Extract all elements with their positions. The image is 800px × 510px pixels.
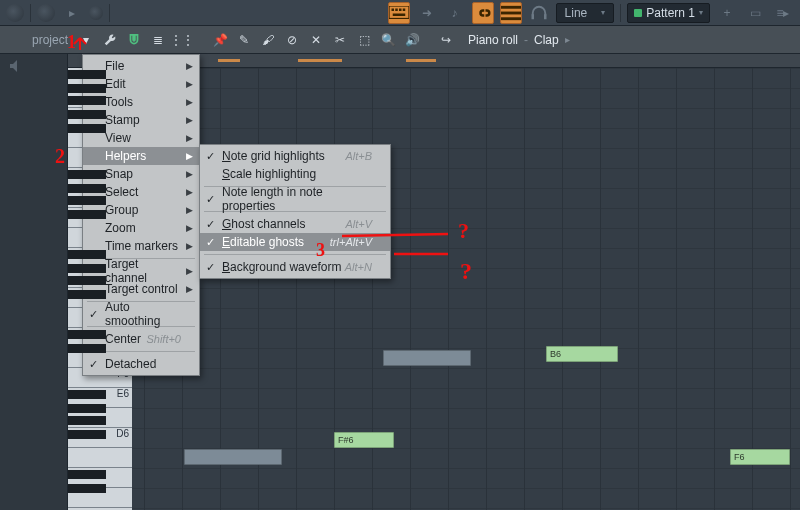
note[interactable]: F#6 — [334, 432, 394, 448]
piano-roll-toolbar: project ▾ ≣ ⋮⋮ 📌 ✎ 🖌 ⊘ ✕ ✂ ⬚ 🔍 🔊 ↪ Piano… — [0, 26, 800, 54]
svg-rect-7 — [501, 11, 521, 14]
piano-black-key[interactable] — [68, 110, 106, 119]
menu-item-editable-ghosts[interactable]: ✓Editable ghoststrl+Alt+V — [200, 233, 390, 251]
piano-black-key[interactable] — [68, 416, 106, 425]
separator — [30, 4, 31, 22]
mute-icon[interactable]: ⊘ — [282, 30, 302, 50]
menu-lines-icon[interactable]: ≣ — [148, 30, 168, 50]
menu-item-background-waveform[interactable]: ✓Background waveformAlt+N — [200, 258, 390, 276]
menu-item-label: View — [105, 131, 131, 145]
check-icon: ✓ — [206, 193, 215, 206]
piano-black-key[interactable] — [68, 276, 106, 285]
grid-dots-icon[interactable]: ⋮⋮ — [172, 30, 192, 50]
piano-black-key[interactable] — [68, 330, 106, 339]
pencil-icon[interactable]: ✎ — [234, 30, 254, 50]
piano-black-key[interactable] — [68, 390, 106, 399]
piano-black-key[interactable] — [68, 344, 106, 353]
ghost-note[interactable] — [184, 449, 282, 465]
piano-key[interactable] — [68, 448, 132, 468]
menu-item-note-length-in-note-properties[interactable]: ✓Note length in note properties — [200, 190, 390, 208]
volume-knob[interactable] — [37, 4, 55, 22]
check-icon: ✓ — [89, 308, 98, 321]
piano-black-key[interactable] — [68, 250, 106, 259]
menu-shortcut: Alt+V — [345, 218, 372, 230]
svg-rect-1 — [391, 9, 394, 12]
burger-icon[interactable] — [500, 2, 522, 24]
submenu-arrow-icon: ▶ — [186, 97, 193, 107]
transport-knob[interactable] — [6, 4, 24, 22]
wrench-icon[interactable] — [100, 30, 120, 50]
window-icon[interactable]: ▭ — [744, 2, 766, 24]
piano-black-key[interactable] — [68, 210, 106, 219]
submenu-arrow-icon: ▶ — [186, 133, 193, 143]
pin-icon[interactable]: 📌 — [210, 30, 230, 50]
link-icon[interactable] — [472, 2, 494, 24]
timeline-region[interactable] — [218, 59, 240, 62]
piano-key[interactable]: D6 — [68, 428, 132, 448]
menu-shortcut: Alt+N — [345, 261, 372, 273]
breadcrumb-channel[interactable]: Clap — [534, 33, 559, 47]
piano-black-key[interactable] — [68, 484, 106, 493]
send-to-icon[interactable]: ↪ — [436, 30, 456, 50]
ghost-note[interactable] — [383, 350, 471, 366]
svg-rect-3 — [399, 9, 402, 12]
svg-rect-2 — [395, 9, 398, 12]
submenu-arrow-icon: ▶ — [186, 169, 193, 179]
note-icon[interactable]: ♪ — [444, 2, 466, 24]
piano-key[interactable] — [68, 408, 132, 428]
slice-icon[interactable]: ✂ — [330, 30, 350, 50]
step-forward-icon[interactable]: ➜ — [416, 2, 438, 24]
note[interactable]: B6 — [546, 346, 618, 362]
piano-black-key[interactable] — [68, 70, 106, 79]
cut-icon[interactable]: ✕ — [306, 30, 326, 50]
dropdown-menu-button[interactable]: ▾ — [76, 30, 96, 50]
speaker-icon[interactable] — [10, 60, 28, 72]
brush-icon[interactable]: 🖌 — [258, 30, 278, 50]
playlist-icon[interactable]: ≡▸ — [772, 2, 794, 24]
menu-item-zoom[interactable]: Zoom▶ — [83, 219, 199, 237]
select-icon[interactable]: ⬚ — [354, 30, 374, 50]
separator — [620, 4, 621, 22]
menu-item-note-grid-highlights[interactable]: ✓Note grid highlightsAlt+B — [200, 147, 390, 165]
submenu-arrow-icon: ▶ — [186, 61, 193, 71]
menu-item-detached[interactable]: ✓Detached — [83, 355, 199, 373]
pattern-selector[interactable]: Pattern 1 ▾ — [627, 3, 710, 23]
menu-item-auto-smoothing[interactable]: ✓Auto smoothing — [83, 305, 199, 323]
piano-black-key[interactable] — [68, 290, 106, 299]
piano-black-key[interactable] — [68, 430, 106, 439]
menu-item-label: Group — [105, 203, 138, 217]
piano-black-key[interactable] — [68, 404, 106, 413]
snap-mode-selector[interactable]: Line ▾ — [556, 3, 615, 23]
menu-item-helpers[interactable]: Helpers▶ — [83, 147, 199, 165]
piano-black-key[interactable] — [68, 84, 106, 93]
playback-icon[interactable]: 🔊 — [402, 30, 422, 50]
piano-black-key[interactable] — [68, 184, 106, 193]
browser-sidebar — [0, 54, 68, 510]
menu-item-label: Note grid highlights — [222, 149, 325, 163]
piano-black-key[interactable] — [68, 470, 106, 479]
menu-item-ghost-channels[interactable]: ✓Ghost channelsAlt+V — [200, 215, 390, 233]
menu-item-scale-highlighting[interactable]: Scale highlighting — [200, 165, 390, 183]
small-knob[interactable] — [89, 6, 103, 20]
menu-item-label: Auto smoothing — [105, 300, 181, 328]
piano-black-key[interactable] — [68, 264, 106, 273]
headphones-icon[interactable] — [528, 2, 550, 24]
piano-black-key[interactable] — [68, 196, 106, 205]
timeline-region[interactable] — [406, 59, 436, 62]
piano-black-key[interactable] — [68, 124, 106, 133]
breadcrumb-root[interactable]: Piano roll — [468, 33, 518, 47]
helpers-submenu: ✓Note grid highlightsAlt+BScale highligh… — [199, 144, 391, 279]
check-icon: ✓ — [206, 150, 215, 163]
plus-button[interactable]: + — [716, 2, 738, 24]
piano-key[interactable] — [68, 488, 132, 508]
menu-item-label: File — [105, 59, 124, 73]
note[interactable]: F6 — [730, 449, 790, 465]
timeline-region[interactable] — [298, 59, 342, 62]
keyboard-icon[interactable] — [388, 2, 410, 24]
zoom-icon[interactable]: 🔍 — [378, 30, 398, 50]
magnet-icon[interactable] — [124, 30, 144, 50]
piano-black-key[interactable] — [68, 170, 106, 179]
menu-item-label: Edit — [105, 77, 126, 91]
piano-black-key[interactable] — [68, 96, 106, 105]
play-icon[interactable]: ▸ — [61, 2, 83, 24]
